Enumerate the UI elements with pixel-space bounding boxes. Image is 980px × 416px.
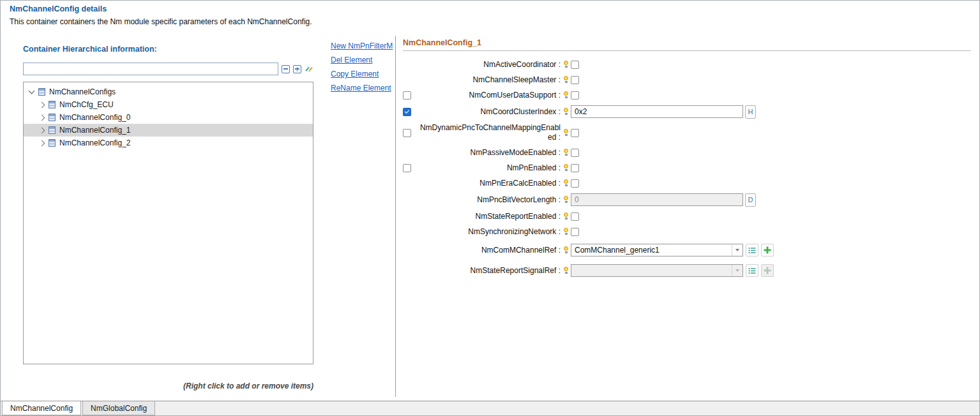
container-icon	[49, 101, 56, 108]
new-element-link[interactable]: New NmPnFilterM	[331, 41, 395, 50]
browse-list-button[interactable]	[746, 264, 758, 277]
detail-form: NmActiveCoordinator : NmChannelSleepMast…	[403, 57, 971, 278]
rename-element-link[interactable]: ReName Element	[331, 84, 395, 93]
form-row-nm-pnc-bit-vector-length: NmPncBitVectorLength : D	[403, 191, 971, 208]
container-icon	[49, 126, 56, 134]
form-row-nm-passive-mode-enabled: NmPassiveModeEnabled :	[403, 145, 971, 160]
parameter-bulb-icon	[563, 76, 569, 84]
nm-pn-enabled-label: NmPnEnabled :	[417, 163, 561, 173]
parameter-bulb-icon	[563, 246, 569, 254]
form-row-nm-state-report-enabled: NmStateReportEnabled :	[403, 209, 971, 223]
chevron-down-icon[interactable]	[29, 88, 35, 94]
form-row-nm-pn-era-calc-enabled: NmPnEraCalcEnabled :	[403, 176, 971, 190]
nm-synchronizing-network-label: NmSynchronizingNetwork :	[417, 227, 561, 237]
chevron-right-icon[interactable]	[39, 114, 45, 121]
tree-node-nmchannelconfig-1[interactable]: NmChannelConfig_1	[24, 124, 313, 137]
nm-dynamic-pnc-mapping-checkbox[interactable]	[571, 129, 579, 137]
chevron-right-icon[interactable]	[39, 127, 45, 133]
copy-element-link[interactable]: Copy Element	[331, 70, 395, 78]
tree-filter-input[interactable]	[23, 63, 278, 75]
del-element-link[interactable]: Del Element	[331, 56, 395, 64]
tree-filter-row	[23, 63, 313, 75]
nm-state-report-enabled-checkbox[interactable]	[571, 212, 579, 221]
tree-node-label: NmChCfg_ECU	[59, 100, 114, 109]
tree-node-label: NmChannelConfig_0	[59, 113, 130, 122]
collapse-all-icon[interactable]	[282, 65, 290, 73]
container-icon	[49, 114, 56, 121]
parameter-bulb-icon	[563, 228, 569, 235]
nm-channel-sleep-master-checkbox[interactable]	[571, 76, 579, 84]
nm-comm-channel-ref-select[interactable]: ComMChannel_generic1	[571, 244, 743, 256]
nm-active-coordinator-checkbox[interactable]	[571, 61, 579, 69]
nm-passive-mode-enabled-label: NmPassiveModeEnabled :	[417, 148, 561, 158]
nm-active-coordinator-label: NmActiveCoordinator :	[417, 60, 561, 70]
nm-state-report-enabled-label: NmStateReportEnabled :	[417, 212, 561, 221]
nm-dynamic-pnc-mapping-enable-checkbox[interactable]	[403, 129, 411, 137]
nm-com-user-data-support-checkbox[interactable]	[571, 91, 579, 100]
parameter-bulb-icon	[563, 129, 569, 137]
container-tree: NmChannelConfigs NmChCfg_ECU NmChannelCo…	[23, 82, 313, 364]
parameter-bulb-icon	[563, 91, 569, 99]
panel-divider	[395, 36, 396, 397]
page-subtitle: This container containers the Nm module …	[10, 17, 312, 26]
bottom-tab-bar: NmChannelConfig NmGlobalConfig	[1, 401, 979, 415]
hex-format-button[interactable]: H	[745, 105, 756, 119]
parameter-bulb-icon	[563, 149, 569, 156]
parameter-bulb-icon	[563, 164, 569, 172]
nm-pn-enabled-checkbox[interactable]	[571, 164, 579, 172]
nm-com-user-data-support-enable-checkbox[interactable]	[403, 91, 411, 100]
form-row-nm-active-coordinator: NmActiveCoordinator :	[403, 57, 971, 71]
tab-label: NmChannelConfig	[10, 404, 73, 413]
add-reference-button	[761, 264, 774, 277]
combo-value: ComMChannel_generic1	[571, 246, 732, 255]
tab-nmchannelconfig[interactable]: NmChannelConfig	[2, 401, 81, 415]
nm-coord-cluster-index-enable-checkbox[interactable]	[403, 108, 411, 116]
refresh-icon[interactable]	[305, 65, 313, 73]
browse-list-button[interactable]	[746, 244, 758, 256]
nm-comm-channel-ref-label: NmComMChannelRef :	[417, 246, 561, 255]
chevron-down-icon	[732, 265, 743, 276]
nm-state-report-signal-ref-select	[571, 264, 743, 277]
tree-node-label: NmChannelConfig_2	[59, 138, 130, 147]
nm-passive-mode-enabled-checkbox[interactable]	[571, 149, 579, 157]
parameter-bulb-icon	[563, 108, 569, 115]
tree-node-nmchannelconfig-0[interactable]: NmChannelConfig_0	[24, 111, 313, 124]
nm-dynamic-pnc-mapping-label: NmDynamicPncToChannelMappingEnabled :	[417, 123, 561, 142]
form-row-nm-state-report-signal-ref: NmStateReportSignalRef :	[403, 263, 971, 278]
detail-header-rule	[403, 50, 971, 51]
row-left-slot	[403, 164, 417, 172]
nm-pn-era-calc-enabled-checkbox[interactable]	[571, 179, 579, 188]
form-row-nm-synchronizing-network: NmSynchronizingNetwork :	[403, 225, 971, 239]
expand-all-icon[interactable]	[293, 65, 301, 73]
tree-node-label: NmChannelConfig_1	[59, 126, 130, 135]
tab-nmglobalconfig[interactable]: NmGlobalConfig	[82, 401, 155, 415]
nm-channel-sleep-master-label: NmChannelSleepMaster :	[417, 75, 561, 85]
row-left-slot	[403, 108, 417, 116]
form-row-nm-com-user-data-support: NmComUserDataSupport :	[403, 88, 971, 102]
tree-node-nmchcfg-ecu[interactable]: NmChCfg_ECU	[24, 98, 313, 111]
page-title: NmChannelConfig details	[10, 4, 107, 13]
detail-panel-title: NmChannelConfig_1	[403, 36, 971, 47]
form-row-nm-pn-enabled: NmPnEnabled :	[403, 161, 971, 175]
row-left-slot	[403, 91, 417, 100]
tree-node-nmchannelconfig-2[interactable]: NmChannelConfig_2	[24, 137, 313, 149]
row-left-slot	[403, 129, 417, 137]
nm-coord-cluster-index-label: NmCoordClusterIndex :	[417, 107, 561, 117]
chevron-right-icon[interactable]	[39, 140, 45, 146]
container-icon	[38, 88, 45, 96]
add-reference-button[interactable]	[761, 244, 774, 256]
chevron-right-icon[interactable]	[39, 101, 45, 108]
form-row-nm-comm-channel-ref: NmComMChannelRef : ComMChannel_generic1	[403, 242, 971, 258]
nm-synchronizing-network-checkbox[interactable]	[571, 228, 579, 236]
form-row-nm-channel-sleep-master: NmChannelSleepMaster :	[403, 73, 971, 87]
nm-pn-enabled-enable-checkbox[interactable]	[403, 164, 411, 172]
nm-coord-cluster-index-input[interactable]	[571, 105, 743, 118]
action-links: New NmPnFilterM Del Element Copy Element…	[331, 41, 395, 93]
container-icon	[49, 139, 56, 147]
decimal-format-button[interactable]: D	[745, 193, 756, 207]
detail-panel: NmChannelConfig_1 NmActiveCoordinator : …	[403, 36, 971, 279]
tree-node-root[interactable]: NmChannelConfigs	[24, 85, 313, 98]
tree-hint: (Right click to add or remove items)	[183, 382, 313, 390]
tree-node-label: NmChannelConfigs	[49, 87, 116, 96]
chevron-down-icon	[732, 244, 743, 256]
